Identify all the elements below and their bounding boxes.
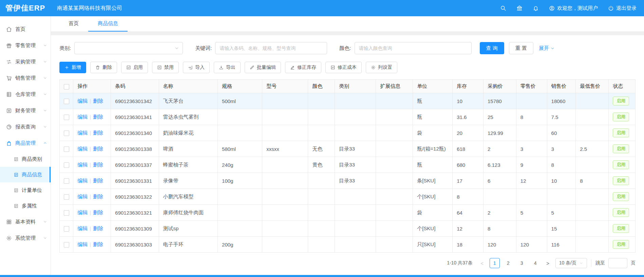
delete-link[interactable]: 删除 [93,210,103,215]
sidebar-item-report[interactable]: 报表查询 [0,119,51,135]
cell-stock: 618 [453,141,484,157]
delete-link[interactable]: 删除 [93,146,103,152]
add-button[interactable]: 新增 [59,62,86,73]
sidebar-item-home[interactable]: 首页 [0,21,51,37]
edit-link[interactable]: 编辑 [77,241,88,247]
cell-purchase [483,189,516,205]
delete-link[interactable]: 删除 [93,225,103,231]
bank-icon[interactable] [516,5,523,11]
cell-spec: 100g [218,173,262,189]
edit-link[interactable]: 编辑 [77,225,88,231]
sidebar-item-system[interactable]: 系统管理 [0,230,51,246]
edit-link[interactable]: 编辑 [77,194,88,199]
welcome-user[interactable]: 欢迎您，测试用户 [549,5,598,12]
page-button-2[interactable]: 2 [503,258,513,268]
sidebar-item-basic-data[interactable]: 基本资料 [0,214,51,230]
page-button-3[interactable]: 3 [517,258,527,268]
export-button[interactable]: 导出 [214,62,241,73]
cell-checkbox [60,189,73,205]
cell-actions: 编辑|删除 [73,189,111,205]
batch-edit-button[interactable]: 批量编辑 [245,62,281,73]
page-button-1[interactable]: 1 [490,258,500,268]
row-checkbox[interactable] [64,178,69,184]
row-checkbox[interactable] [64,99,69,104]
next-page-button[interactable]: > [544,260,552,266]
logout-button[interactable]: 退出登录 [608,5,637,12]
column-header: 扩展信息 [376,80,413,93]
jump-page-input[interactable] [608,258,627,268]
page-size-select[interactable]: 10 条/页 [555,258,587,268]
expand-link[interactable]: 展开 [539,45,555,52]
edit-link[interactable]: 编辑 [77,98,88,104]
row-checkbox[interactable] [64,162,69,168]
edit-link[interactable]: 编辑 [77,178,88,183]
sidebar-item-finance[interactable]: 财务管理 [0,102,51,119]
sidebar: 首页零售管理采购管理销售管理仓库管理财务管理报表查询商品管理商品类别商品信息计量… [0,16,51,275]
sidebar-item-product-info[interactable]: 商品信息 [0,167,51,182]
toolbar-button-label: 启用 [133,64,143,71]
pie-icon [6,124,12,130]
page-button-4[interactable]: 4 [530,258,541,268]
chevron-up-icon [43,141,47,145]
edit-link[interactable]: 编辑 [77,130,88,136]
search-button[interactable]: 查 询 [480,42,504,54]
disable-button[interactable]: 禁用 [152,62,179,73]
bell-icon[interactable] [533,5,539,11]
delete-button[interactable]: 删除 [90,62,117,73]
sidebar-item-purchase[interactable]: 采购管理 [0,54,51,70]
import-button[interactable]: 导入 [183,62,210,73]
edit-link[interactable]: 编辑 [77,146,88,152]
cell-status: 启用 [609,125,636,141]
sidebar-item-product-category[interactable]: 商品类别 [0,151,51,167]
keyword-input[interactable] [215,42,327,54]
color-input[interactable] [355,42,472,54]
enable-button[interactable]: 启用 [121,62,148,73]
delete-link[interactable]: 删除 [93,98,103,104]
sidebar-item-sales[interactable]: 销售管理 [0,70,51,86]
row-checkbox[interactable] [64,131,69,136]
row-checkbox[interactable] [64,194,69,200]
sidebar-item-measure-unit[interactable]: 计量单位 [0,182,51,198]
sidebar-item-multi-attribute[interactable]: 多属性 [0,198,51,214]
column-settings-button[interactable]: 列设置 [366,62,397,73]
jump-label: 跳至 [595,260,605,266]
delete-link[interactable]: 删除 [93,130,103,136]
edit-link[interactable]: 编辑 [77,114,88,120]
row-checkbox[interactable] [64,146,69,152]
fix-cost-button[interactable]: 修正成本 [325,62,362,73]
category-select[interactable] [74,42,183,54]
search-icon[interactable] [500,5,506,11]
delete-link[interactable]: 删除 [93,241,103,247]
sidebar-item-label: 采购管理 [15,59,36,65]
sidebar-subitem-label: 多属性 [22,203,37,209]
tab-product-info[interactable]: 商品信息 [88,16,128,32]
row-checkbox[interactable] [64,226,69,232]
cell-status: 启用 [609,93,636,109]
column-header: 名称 [159,80,218,93]
delete-link[interactable]: 删除 [93,194,103,199]
delete-link[interactable]: 删除 [93,162,103,167]
cell-retail: 3 [516,141,547,157]
edit-link[interactable]: 编辑 [77,210,88,215]
sidebar-item-product[interactable]: 商品管理 [0,135,51,151]
sidebar-item-warehouse[interactable]: 仓库管理 [0,86,51,102]
cell-stock: 31.6 [453,109,484,125]
prev-page-button[interactable]: < [478,260,486,266]
delete-link[interactable]: 删除 [93,114,103,120]
reset-button[interactable]: 重 置 [509,42,533,54]
edit-link[interactable]: 编辑 [77,162,88,167]
cell-retail [516,125,547,141]
cell-barcode: 6901236301338 [111,141,159,157]
cell-stock: 64 [453,205,484,221]
row-checkbox[interactable] [64,115,69,120]
cell-status: 启用 [609,189,636,205]
delete-link[interactable]: 删除 [93,178,103,183]
row-checkbox[interactable] [64,210,69,216]
swap-icon [6,59,12,65]
tab-home[interactable]: 首页 [59,16,88,32]
select-all-checkbox[interactable] [64,84,69,90]
fix-stock-button[interactable]: 修正库存 [285,62,321,73]
cell-barcode: 6901236301331 [111,173,159,189]
sidebar-item-retail[interactable]: 零售管理 [0,37,51,54]
row-checkbox[interactable] [64,242,69,248]
